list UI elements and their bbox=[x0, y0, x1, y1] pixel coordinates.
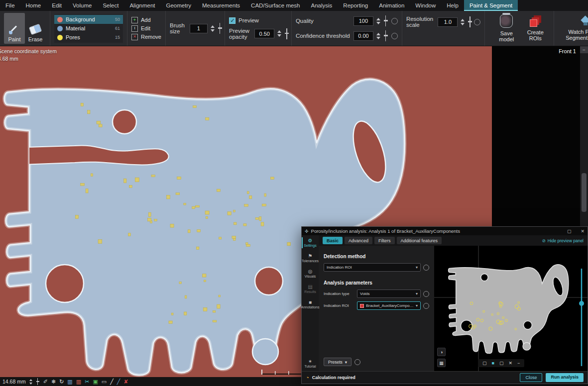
preview-3d-icon[interactable]: ▢ bbox=[499, 361, 504, 366]
close-button[interactable]: Close bbox=[520, 373, 542, 382]
brush-icon[interactable]: ✐ bbox=[43, 379, 48, 385]
indication-type-select[interactable]: Voids ▾ bbox=[357, 290, 421, 298]
menu-home[interactable]: Home bbox=[20, 0, 47, 11]
hide-preview-panel-button[interactable]: ⊘ Hide preview panel bbox=[542, 238, 584, 243]
spline-icon[interactable]: ╱ bbox=[117, 379, 120, 385]
preview-layers-icon[interactable]: ▢ bbox=[482, 361, 487, 366]
presets-button[interactable]: Presets ▾ bbox=[324, 358, 352, 366]
preview-expand-icon[interactable]: ✕ bbox=[508, 361, 512, 366]
analysis-preview-panel[interactable]: ◑ ▦ ▢ ■ ▢ ✕ − bbox=[434, 246, 588, 371]
brush-size-slider-icon[interactable] bbox=[218, 23, 221, 34]
menu-select[interactable]: Select bbox=[97, 0, 124, 11]
confidence-threshold-slider-icon[interactable] bbox=[383, 30, 388, 41]
class-row-material[interactable]: Material 61 bbox=[54, 24, 123, 33]
quality-info-icon[interactable] bbox=[391, 18, 398, 24]
resolution-scale-info-icon[interactable] bbox=[474, 19, 480, 25]
menu-paint-segment[interactable]: Paint & Segment bbox=[464, 0, 518, 11]
confidence-threshold-input[interactable]: 0.00 bbox=[353, 31, 373, 41]
tab-filters[interactable]: Filters bbox=[374, 237, 395, 244]
resolution-group: Resolution scale 1.0 bbox=[402, 11, 485, 46]
resolution-scale-slider-icon[interactable] bbox=[468, 16, 471, 27]
model-buttons-group: Save model Create ROIs bbox=[488, 11, 554, 46]
preview-checkbox[interactable] bbox=[229, 17, 235, 24]
paint-tool-button[interactable]: Paint bbox=[4, 13, 25, 44]
statusbar-slider-icon[interactable] bbox=[36, 378, 40, 385]
add-class-button[interactable]: Add bbox=[131, 17, 161, 23]
sidebar-item-results[interactable]: ▤ Results bbox=[302, 284, 319, 294]
menu-help[interactable]: Help bbox=[441, 0, 464, 11]
menu-analysis[interactable]: Analysis bbox=[306, 0, 338, 11]
menu-geometry[interactable]: Geometry bbox=[161, 0, 197, 11]
slice-view-icon[interactable]: ▥ bbox=[67, 379, 72, 385]
menu-volume[interactable]: Volume bbox=[67, 0, 97, 11]
watch-tutorial-label: Watch Paint & Segment tutorial bbox=[561, 29, 588, 41]
save-model-button[interactable]: Save model bbox=[492, 12, 521, 44]
brush-size-spinner[interactable] bbox=[211, 25, 215, 32]
brush-size-input[interactable]: 1 bbox=[190, 24, 208, 33]
quality-slider-icon[interactable] bbox=[383, 15, 388, 26]
edit-class-button[interactable]: Edit bbox=[131, 25, 161, 32]
confidence-threshold-spinner[interactable] bbox=[376, 33, 380, 39]
preview-opacity-slider-icon[interactable] bbox=[284, 28, 287, 39]
menu-edit[interactable]: Edit bbox=[46, 0, 67, 11]
class-row-background[interactable]: Background 50 bbox=[54, 15, 123, 24]
calculation-status-message: Calculation required bbox=[312, 375, 355, 380]
resolution-scale-input[interactable]: 1.0 bbox=[438, 17, 458, 27]
sidebar-item-annotations[interactable]: ■ Annotations bbox=[302, 299, 319, 310]
panel-collapse-button[interactable]: − bbox=[580, 46, 588, 53]
tab-basic[interactable]: Basic bbox=[323, 237, 343, 244]
menu-file[interactable]: File bbox=[0, 0, 20, 11]
class-row-pores[interactable]: Pores 15 bbox=[54, 33, 123, 42]
tab-additional-features[interactable]: Additional features bbox=[397, 237, 442, 244]
rotate-icon[interactable]: ↻ bbox=[59, 379, 64, 385]
run-analysis-button[interactable]: Run analysis bbox=[546, 373, 584, 382]
preview-minus-icon[interactable]: − bbox=[517, 361, 520, 366]
sidebar-item-tolerances[interactable]: ⚑ Tolerances bbox=[302, 253, 319, 264]
clock-icon: ◔ bbox=[306, 375, 309, 381]
scrollbar-thumb[interactable] bbox=[582, 173, 587, 212]
scissors-icon[interactable]: ✂ bbox=[85, 379, 89, 385]
menu-window[interactable]: Window bbox=[410, 0, 441, 11]
quality-spinner[interactable] bbox=[376, 18, 380, 24]
sidebar-item-visuals[interactable]: ◎ Visuals bbox=[302, 268, 319, 279]
porosity-analysis-dialog: ✜ Porosity/inclusion analysis: Analysis … bbox=[301, 226, 588, 384]
statusbar-spinner[interactable] bbox=[29, 379, 32, 385]
maximize-icon[interactable]: ▢ bbox=[567, 229, 572, 234]
ruler-icon[interactable]: ▭ bbox=[102, 379, 107, 385]
quality-input[interactable]: 100 bbox=[353, 16, 373, 26]
preview-opacity-spinner[interactable] bbox=[277, 30, 281, 37]
indication-type-info-icon[interactable] bbox=[423, 291, 429, 297]
snowflake-icon[interactable]: ❄ bbox=[51, 379, 56, 385]
detection-method-info-icon[interactable] bbox=[423, 265, 429, 271]
remove-class-button[interactable]: Remove bbox=[131, 34, 161, 40]
preview-opacity-input[interactable]: 0.50 bbox=[254, 29, 274, 38]
tab-advanced[interactable]: Advanced bbox=[345, 237, 372, 244]
preview-contrast-icon[interactable]: ◑ bbox=[437, 348, 446, 356]
watch-tutorial-button[interactable]: Watch Paint & Segment tutorial bbox=[558, 14, 588, 43]
roi-icon[interactable]: ▣ bbox=[93, 379, 98, 385]
presets-info-icon[interactable] bbox=[354, 359, 360, 365]
menu-animation[interactable]: Animation bbox=[373, 0, 410, 11]
menu-reporting[interactable]: Reporting bbox=[338, 0, 373, 11]
preview-grid-icon[interactable]: ▦ bbox=[437, 359, 446, 367]
histogram-icon[interactable]: ▥ bbox=[76, 379, 81, 385]
sidebar-item-tutorial[interactable]: ✶ Tutorial bbox=[302, 358, 319, 369]
resolution-scale-spinner[interactable] bbox=[461, 19, 465, 25]
close-icon[interactable]: ✕ bbox=[581, 229, 585, 234]
sidebar-item-settings[interactable]: ⚙ Settings bbox=[302, 237, 319, 248]
dialog-tab-bar: Basic Advanced Filters Additional featur… bbox=[319, 235, 588, 246]
line-icon[interactable]: ╱ bbox=[110, 379, 114, 385]
preview-slice-icon[interactable]: ■ bbox=[492, 361, 494, 366]
dialog-title-bar[interactable]: ✜ Porosity/inclusion analysis: Analysis … bbox=[302, 227, 588, 235]
menu-alignment[interactable]: Alignment bbox=[124, 0, 160, 11]
delete-icon[interactable]: ✘ bbox=[123, 379, 128, 385]
indication-roi-info-icon[interactable] bbox=[423, 303, 429, 309]
menu-cad-surface-mesh[interactable]: CAD/Surface mesh bbox=[245, 0, 305, 11]
confidence-threshold-info-icon[interactable] bbox=[391, 33, 398, 39]
caret-down-icon: ▾ bbox=[416, 265, 418, 270]
create-rois-button[interactable]: Create ROIs bbox=[521, 13, 550, 43]
menu-measurements[interactable]: Measurements bbox=[197, 0, 245, 11]
detection-method-select[interactable]: Indication ROI ▾ bbox=[324, 263, 421, 272]
erase-tool-button[interactable]: Erase bbox=[25, 13, 46, 44]
indication-roi-select[interactable]: Bracket_AuxiliaryComponents > Pores ▾ bbox=[357, 301, 421, 310]
